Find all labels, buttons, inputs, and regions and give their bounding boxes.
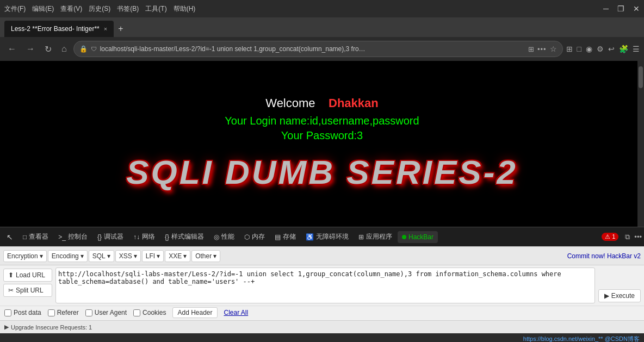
xss-dropdown[interactable]: XSS ▾ [115,250,141,262]
restore-button[interactable]: ❐ [617,4,624,13]
home-button[interactable]: ⌂ [58,42,70,56]
performance-label: 性能 [221,232,234,241]
active-tab[interactable]: Less-2 **Error Based- Intiger** × [4,21,114,37]
split-url-icon: ✂ [8,287,14,294]
status-url-text: https://blog.csdn.net/weixin_** [523,335,603,342]
title-bar: 文件(F) 编辑(E) 查看(V) 历史(S) 书签(B) 工具(T) 帮助(H… [0,0,644,17]
hackbar-label: HackBar [408,233,434,241]
url-display[interactable]: localhost/sqli-labs-master/Less-2/?id=-1… [100,45,525,53]
undo-icon[interactable]: ↩ [608,45,615,53]
clear-all-label: Clear All [224,309,249,316]
scrollbar-thumb[interactable] [639,66,643,88]
devtools-storage[interactable]: ▤ 存储 [270,230,300,244]
execute-button[interactable]: ▶ Execute [598,289,641,302]
container-icon[interactable]: □ [577,45,581,53]
devtools-debugger[interactable]: {} 调试器 [93,230,128,244]
scrollbar[interactable] [637,61,644,227]
post-data-checkbox-group[interactable]: Post data [4,309,41,316]
referer-checkbox[interactable] [48,309,55,316]
encryption-dropdown[interactable]: Encryption ▾ [3,250,47,262]
clear-all-button[interactable]: Clear All [224,309,249,316]
xss-chevron: ▾ [134,252,137,260]
tab-close-button[interactable]: × [104,26,107,32]
menu-file[interactable]: 文件(F) [4,4,26,14]
puzzle-icon[interactable]: 🧩 [619,45,628,53]
url-qr-icon[interactable]: ⊞ [528,45,534,53]
close-button[interactable]: ✕ [633,4,640,13]
devtools-console[interactable]: >_ 控制台 [54,230,92,244]
login-line: Your Login name:id,username,password [225,115,419,127]
menu-tools[interactable]: 工具(T) [145,4,166,14]
devtools-accessibility[interactable]: ♿ 无障碍环境 [301,230,353,244]
devtools-hackbar[interactable]: HackBar [398,231,438,243]
load-url-button[interactable]: ⬆ Load URL [3,269,52,282]
menu-view[interactable]: 查看(V) [60,4,82,14]
new-tab-button[interactable]: + [114,21,127,37]
referer-checkbox-group[interactable]: Referer [48,309,79,316]
back-button[interactable]: ← [4,42,20,56]
devtools-memory[interactable]: ⬡ 内存 [240,230,269,244]
encoding-dropdown[interactable]: Encoding ▾ [48,250,88,262]
devtools-style-editor[interactable]: {} 样式编辑器 [160,230,208,244]
url-input[interactable] [55,268,595,303]
bookmark-button[interactable]: ☆ [550,45,557,53]
cookies-label: Cookies [143,309,166,316]
url-bar[interactable]: 🔒 🛡 localhost/sqli-labs-master/Less-2/?i… [73,41,563,57]
add-header-button[interactable]: Add Header [172,307,217,318]
user-agent-label: User Agent [95,309,127,316]
forward-button[interactable]: → [23,42,38,56]
sql-dropdown[interactable]: SQL ▾ [89,250,114,262]
devtools-performance[interactable]: ◎ 性能 [209,230,239,244]
post-data-checkbox[interactable] [4,309,11,316]
other-dropdown[interactable]: Other ▾ [191,250,220,262]
error-badge[interactable]: ⚠ 1 [602,233,618,241]
sql-label: SQL [92,252,106,260]
commit-button[interactable]: Commit now! HackBar v2 [567,252,641,260]
load-url-label: Load URL [16,271,45,279]
accessibility-icon: ♿ [306,233,314,241]
split-url-button[interactable]: ✂ Split URL [3,284,52,297]
status-site-text: @CSDN博客 [605,335,640,342]
refresh-button[interactable]: ↻ [41,42,55,57]
user-agent-checkbox-group[interactable]: User Agent [85,309,127,316]
storage-label: 存储 [283,232,296,241]
xxe-dropdown[interactable]: XXE ▾ [165,250,190,262]
hackbar-toolbar: Encryption ▾ Encoding ▾ SQL ▾ XSS ▾ LFI … [0,247,644,265]
devtools-more-icon[interactable]: ••• [634,233,642,241]
devtools-network[interactable]: ↑↓ 网络 [129,230,159,244]
devtools-cursor[interactable]: ↖ [2,231,17,244]
menu-help[interactable]: 帮助(H) [174,4,196,14]
menu-bookmarks[interactable]: 书签(B) [117,4,139,14]
extensions-icon[interactable]: ⊞ [566,45,573,53]
network-label: 网络 [142,232,155,241]
customize-icon[interactable]: ⚙ [597,45,604,53]
inspector-label: 查看器 [29,232,48,241]
cookies-checkbox[interactable] [133,309,140,316]
account-icon[interactable]: ◉ [586,45,592,53]
menu-edit[interactable]: 编辑(E) [32,4,54,14]
devtools-bar: ↖ □ 查看器 >_ 控制台 {} 调试器 ↑↓ 网络 {} 样式编辑器 ◎ 性… [0,227,644,246]
menu-button[interactable]: ☰ [633,45,640,53]
hackbar-bottom: Post data Referer User Agent Cookies Add… [0,306,644,320]
url-more-button[interactable]: ••• [537,45,547,53]
password-line: Your Password:3 [281,129,363,142]
menu-history[interactable]: 历史(S) [89,4,110,14]
sql-chevron: ▾ [107,252,110,260]
hackbar-side-buttons: ⬆ Load URL ✂ Split URL [3,268,52,303]
devtools-inspector[interactable]: □ 查看器 [18,230,53,244]
status-url: https://blog.csdn.net/weixin_** @CSDN博客 [523,335,640,343]
network-icon: ↑↓ [133,233,140,241]
load-url-icon: ⬆ [8,271,14,279]
devtools-apps[interactable]: ⊞ 应用程序 [354,230,397,244]
minimize-button[interactable]: ─ [603,4,609,13]
user-agent-checkbox[interactable] [85,309,92,316]
encoding-chevron: ▾ [81,252,84,260]
lfi-dropdown[interactable]: LFI ▾ [142,250,164,262]
sqli-logo: SQLI DUMB SERIES-2 [126,153,518,191]
welcome-text: Welcome [265,96,315,110]
cookies-checkbox-group[interactable]: Cookies [133,309,166,316]
tab-label: Less-2 **Error Based- Intiger** [11,25,100,33]
devtools-copy-icon[interactable]: ⧉ [625,233,630,241]
debugger-label: 调试器 [104,232,123,241]
other-chevron: ▾ [213,252,216,260]
